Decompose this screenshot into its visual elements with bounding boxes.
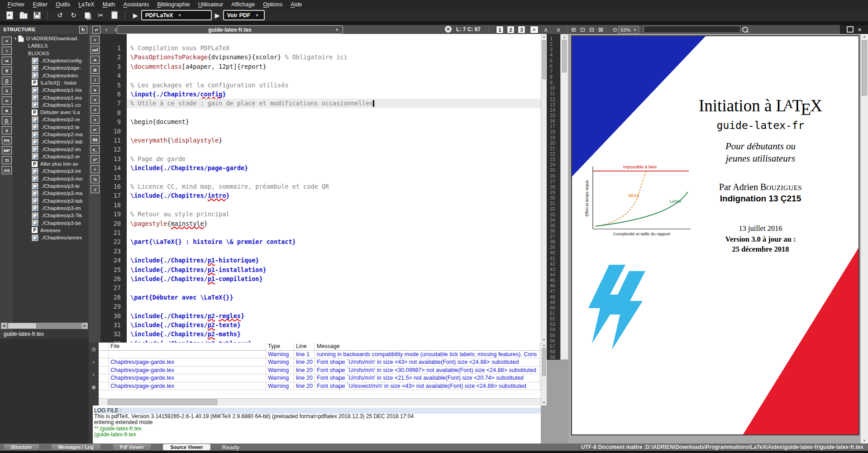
- messages-header-cell[interactable]: Type: [266, 343, 294, 350]
- scroll-right-icon[interactable]: ▶: [82, 323, 88, 329]
- close-icon[interactable]: ×: [858, 26, 862, 33]
- structure-tree-item[interactable]: ./Chapitres/p3-tab: [13, 197, 88, 205]
- scroll-up-icon[interactable]: ▲: [541, 34, 547, 39]
- code-line[interactable]: [127, 200, 541, 210]
- code-line[interactable]: % Retour au style principal: [127, 210, 541, 219]
- subscript-icon[interactable]: x_: [91, 145, 100, 153]
- code-line[interactable]: [127, 127, 541, 136]
- code-line[interactable]: \include{./Chapitres/p2-regles}: [127, 311, 541, 320]
- enumerate-icon[interactable]: ≡: [91, 105, 100, 114]
- new-file-button[interactable]: +: [4, 10, 16, 20]
- relation-symbols-icon[interactable]: ÷: [2, 47, 12, 55]
- misc-symbols-icon[interactable]: ∀: [2, 67, 12, 75]
- menu-item-fichier[interactable]: Fichier: [4, 0, 29, 9]
- structure-tree-item[interactable]: ./Chapitres/p1-his: [13, 86, 88, 94]
- structure-tree-item[interactable]: P\LaTeX{} : histoi: [13, 79, 88, 86]
- structure-horizontal-scrollbar[interactable]: ◀ ▶: [1, 323, 88, 329]
- display-math-icon[interactable]: $$: [91, 135, 100, 143]
- message-row[interactable]: Chapitres/page-garde.texWarningline 20Fo…: [99, 358, 541, 366]
- prev-error-icon[interactable]: ‹: [93, 372, 95, 378]
- structure-tree-item[interactable]: ./Chapitres/p2-ma: [13, 131, 88, 138]
- fit-page-icon[interactable]: ⊡: [580, 26, 589, 33]
- scrollbar-thumb[interactable]: [862, 40, 867, 95]
- eye-icon[interactable]: ⊙: [91, 346, 96, 353]
- itemize-icon[interactable]: ≡: [91, 95, 100, 104]
- code-line[interactable]: [127, 247, 541, 256]
- messages-header-cell[interactable]: File: [109, 343, 266, 350]
- editor-vertical-scrollbar[interactable]: ▲ ▼: [541, 34, 547, 343]
- menu-item-bibliographie[interactable]: Bibliographie: [153, 0, 194, 9]
- structure-tree-item[interactable]: PAller plus loin av: [13, 160, 88, 167]
- messages-header-cell[interactable]: [99, 343, 109, 350]
- structure-tree-item[interactable]: ./Chapitres/p1-ins: [13, 94, 88, 101]
- code-editor[interactable]: % Compilation sous PDFLaTeX\PassOptionsT…: [127, 34, 541, 343]
- code-line[interactable]: \include{./Chapitres/p2-texte}: [127, 320, 541, 329]
- structure-tree-item[interactable]: ./Chapitres/p2-te: [13, 124, 88, 131]
- tikz-icon[interactable]: TI: [2, 156, 12, 164]
- panel-tab-source-viewer[interactable]: Source Viewer: [163, 444, 210, 450]
- structure-tree-item[interactable]: ./Chapitres/intro: [13, 72, 88, 79]
- structure-tree-item[interactable]: ./Chapitres/p2-im: [13, 145, 88, 153]
- next-page-button[interactable]: ∨: [554, 25, 563, 34]
- code-line[interactable]: \input{./Chapitres/config}: [127, 90, 541, 99]
- favourite-symbols-icon[interactable]: ∗: [2, 106, 12, 114]
- code-line[interactable]: [127, 71, 541, 80]
- menu-item-latex[interactable]: LaTeX: [74, 0, 98, 9]
- previous-page-button[interactable]: ∧: [541, 25, 550, 34]
- code-line[interactable]: \include{./Chapitres/p1-compilation}: [127, 274, 541, 283]
- scroll-down-icon[interactable]: ▼: [541, 337, 547, 343]
- continuous-mode-icon[interactable]: ≡: [530, 26, 539, 33]
- paste-button[interactable]: [108, 10, 120, 20]
- undo-button[interactable]: ↺: [54, 10, 66, 20]
- menu-item-aide[interactable]: Aide: [286, 0, 306, 9]
- greek-letters-icon[interactable]: λ: [2, 86, 12, 95]
- menu-item-options[interactable]: Options: [259, 0, 286, 9]
- panel-tab-messages-log[interactable]: Messages / Log: [51, 444, 101, 450]
- code-line[interactable]: \pagestyle{mainstyle}: [127, 219, 541, 228]
- structure-tree-item[interactable]: ./Chapitres/p3-te: [13, 182, 88, 190]
- accents-icon[interactable]: x̂: [2, 126, 12, 134]
- structure-tree-item[interactable]: ./Chapitres/p2-re: [13, 116, 88, 123]
- messages-header-cell[interactable]: Line: [294, 343, 315, 350]
- code-line[interactable]: \PassOptionsToPackage{dvipsnames}{xcolor…: [127, 52, 541, 62]
- structure-tree-item[interactable]: ./Chapitres/p3-be: [13, 219, 88, 226]
- italic-icon[interactable]: i: [91, 76, 100, 84]
- code-line[interactable]: % Compilation sous PDFLaTeX: [127, 43, 541, 52]
- scroll-down-icon[interactable]: ▼: [541, 400, 547, 405]
- redo-button[interactable]: ↻: [67, 10, 80, 20]
- structure-tree-item[interactable]: ./Chapitres/annex: [13, 234, 88, 241]
- sqrt-icon[interactable]: √: [91, 185, 100, 193]
- scrollbar-thumb[interactable]: [542, 40, 546, 79]
- scrollbar-thumb[interactable]: [108, 399, 217, 405]
- structure-tree-item[interactable]: ▾D:\ADRIEN\Download: [13, 35, 88, 42]
- menu-item-editer[interactable]: Editer: [29, 0, 52, 9]
- code-line[interactable]: \part{\LaTeX{} : histoire \& premier con…: [127, 237, 541, 246]
- misc-math-icon[interactable]: ∞: [2, 96, 12, 105]
- structure-tree-item[interactable]: ./Chapitres/p3-int: [13, 167, 88, 175]
- scroll-down-icon[interactable]: ▼: [861, 438, 868, 443]
- scrollbar-thumb[interactable]: [542, 348, 546, 376]
- tree-expand-icon[interactable]: ▾: [13, 36, 18, 41]
- open-file-button[interactable]: [17, 10, 29, 20]
- pdf-vertical-scrollbar[interactable]: ▲ ▼: [860, 34, 868, 443]
- messages-horizontal-scrollbar[interactable]: [99, 398, 541, 405]
- code-line[interactable]: \include{./Chapitres/p1-historique}: [127, 256, 541, 265]
- code-line[interactable]: % Licence CC, mind map, sommaire, préamb…: [127, 182, 541, 191]
- message-row[interactable]: Chapitres/page-garde.texWarningline 20Fo…: [99, 374, 541, 382]
- environment-icon[interactable]: e: [91, 86, 100, 94]
- code-line[interactable]: % Les packages et la configuration utili…: [127, 81, 541, 90]
- cut-button[interactable]: ✂: [95, 10, 107, 20]
- scrollbar-thumb[interactable]: [8, 323, 37, 329]
- code-line[interactable]: \include{./Chapitres/p2-maths}: [127, 329, 541, 339]
- fit-width-icon[interactable]: ⊞: [571, 26, 580, 33]
- float-window-icon[interactable]: [847, 26, 854, 33]
- code-line[interactable]: [127, 283, 541, 292]
- message-row[interactable]: Chapitres/page-garde.texWarningline 20Fo…: [99, 367, 541, 374]
- structure-tree-item[interactable]: ./Chapitres/p2-er: [13, 153, 88, 160]
- scroll-up-icon[interactable]: ▲: [541, 343, 547, 348]
- metapost-icon[interactable]: MP: [2, 146, 12, 154]
- menu-item-assistants[interactable]: Assistants: [119, 0, 153, 9]
- panel-tab-pdf-viewer[interactable]: Pdf Viewer: [113, 444, 152, 450]
- pdf-shortcut-2-button[interactable]: 2: [507, 26, 515, 33]
- panel-tab-structure[interactable]: Structure: [4, 444, 39, 450]
